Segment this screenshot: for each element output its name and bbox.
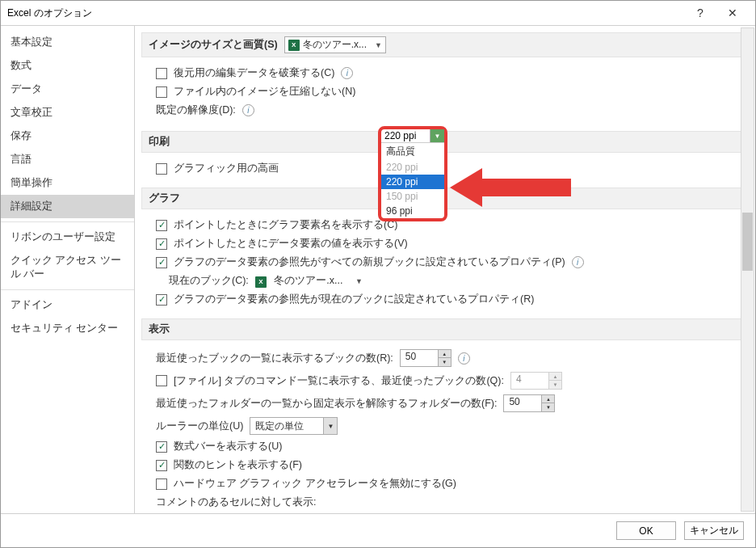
point-value-checkbox[interactable] xyxy=(156,238,167,250)
dropdown-option-150[interactable]: 150 ppi xyxy=(381,189,444,204)
row-ruler-unit: ルーラーの単位(U) 既定の単位 ▼ xyxy=(141,415,744,437)
row-quick-access-recent: [ファイル] タブのコマンド一覧に表示する、最近使ったブックの数(Q): 4 ▲… xyxy=(141,369,744,392)
cancel-button[interactable]: キャンセル xyxy=(684,521,744,540)
print-hq-label: グラフィック用の高画 xyxy=(174,162,279,175)
excel-icon: X xyxy=(288,40,300,51)
point-name-checkbox[interactable] xyxy=(156,220,167,231)
row-default-resolution: 既定の解像度(D): xyxy=(141,101,744,120)
chevron-down-icon[interactable]: ▼ xyxy=(430,129,444,142)
sidebar-item-ribbon[interactable]: リボンのユーザー設定 xyxy=(1,226,134,249)
row-discard-edit: 復元用の編集データを破棄する(C) xyxy=(141,64,744,82)
sidebar-item-accessibility[interactable]: 簡単操作 xyxy=(1,171,134,195)
quick-recent-value: 4 xyxy=(511,373,548,389)
disable-hw-label: ハードウェア グラフィック アクセラレータを無効にする(G) xyxy=(174,477,456,491)
ref-current-checkbox[interactable] xyxy=(156,294,167,306)
callout-arrow xyxy=(450,168,571,207)
sidebar: 基本設定 数式 データ 文章校正 保存 言語 簡単操作 詳細設定 リボンのユーザ… xyxy=(1,26,135,513)
recent-books-spinner[interactable]: 50 ▲▼ xyxy=(400,349,452,367)
ref-allnew-checkbox[interactable] xyxy=(156,257,167,268)
sidebar-separator xyxy=(1,289,134,290)
dropdown-option-highquality[interactable]: 高品質 xyxy=(381,143,444,160)
no-compress-checkbox[interactable] xyxy=(156,86,167,98)
formula-bar-checkbox[interactable] xyxy=(156,441,167,453)
ok-button[interactable]: OK xyxy=(616,521,676,540)
footer: OK キャンセル xyxy=(1,513,755,547)
point-value-label: ポイントしたときにデータ要素の値を表示する(V) xyxy=(174,237,408,251)
current-book-file: 冬のツアー.x... xyxy=(269,274,347,287)
close-button[interactable]: ✕ xyxy=(716,1,749,25)
current-book-selector[interactable]: X 冬のツアー.x... ▼ xyxy=(255,274,363,288)
row-current-book: 現在のブック(C): X 冬のツアー.x... ▼ xyxy=(141,272,744,290)
sidebar-item-trust[interactable]: セキュリティ センター xyxy=(1,317,134,340)
section-image-size: イメージのサイズと画質(S) X 冬のツアー.x... ▼ xyxy=(141,32,744,57)
chevron-down-icon: ▼ xyxy=(355,277,363,285)
ruler-unit-value: 既定の単位 xyxy=(250,419,323,434)
current-book-label: 現在のブック(C): xyxy=(169,274,249,288)
image-size-file-name: 冬のツアー.x... xyxy=(303,38,367,52)
excel-icon: X xyxy=(255,276,267,288)
formula-bar-label: 数式バーを表示する(U) xyxy=(174,440,282,453)
default-res-label: 既定の解像度(D): xyxy=(156,103,236,117)
section-display-label: 表示 xyxy=(149,322,170,336)
sidebar-item-proofing[interactable]: 文章校正 xyxy=(1,101,134,124)
chevron-down-icon: ▼ xyxy=(323,418,337,434)
row-disable-hw: ハードウェア グラフィック アクセラレータを無効にする(G) xyxy=(141,474,744,493)
recent-books-label: 最近使ったブックの一覧に表示するブックの数(R): xyxy=(156,352,393,365)
row-recent-books: 最近使ったブックの一覧に表示するブックの数(R): 50 ▲▼ xyxy=(141,347,744,369)
unpin-folders-spinner[interactable]: 50 ▲▼ xyxy=(503,394,555,412)
point-name-label: ポイントしたときにグラフ要素名を表示する(C) xyxy=(174,218,397,232)
sidebar-item-basic[interactable]: 基本設定 xyxy=(1,31,134,54)
row-ref-current: グラフのデータ要素の参照先が現在のブックに設定されているプロパティ(R) xyxy=(141,290,744,309)
content-pane: イメージのサイズと画質(S) X 冬のツアー.x... ▼ 復元用の編集データを… xyxy=(135,26,755,513)
row-ref-allnew: グラフのデータ要素の参照先がすべての新規ブックに設定されているプロパティ(P) xyxy=(141,253,744,272)
sidebar-item-data[interactable]: データ xyxy=(1,78,134,101)
resolution-dropdown[interactable]: 220 ppi ▼ 高品質 220 ppi 220 ppi 150 ppi 96… xyxy=(378,126,447,221)
arrow-shaft xyxy=(482,179,571,196)
ruler-unit-combo[interactable]: 既定の単位 ▼ xyxy=(250,417,338,435)
discard-edit-label: 復元用の編集データを破棄する(C) xyxy=(174,66,334,80)
row-func-hints: 関数のヒントを表示する(F) xyxy=(141,456,744,474)
info-icon[interactable] xyxy=(572,256,584,268)
info-icon[interactable] xyxy=(458,352,470,365)
func-hints-label: 関数のヒントを表示する(F) xyxy=(174,458,302,472)
sidebar-item-language[interactable]: 言語 xyxy=(1,148,134,171)
disable-hw-checkbox[interactable] xyxy=(156,478,167,490)
dropdown-option-220[interactable]: 220 ppi xyxy=(381,175,444,189)
sidebar-item-formulas[interactable]: 数式 xyxy=(1,54,134,78)
info-icon[interactable] xyxy=(242,104,254,116)
ref-current-label: グラフのデータ要素の参照先が現在のブックに設定されているプロパティ(R) xyxy=(174,293,534,306)
sidebar-item-addins[interactable]: アドイン xyxy=(1,293,134,317)
quick-recent-spinner: 4 ▲▼ xyxy=(510,372,562,390)
chevron-down-icon: ▼ xyxy=(375,41,382,49)
section-chart-label: グラフ xyxy=(149,192,180,205)
quick-recent-checkbox[interactable] xyxy=(156,375,167,386)
recent-books-value: 50 xyxy=(401,350,438,366)
comment-header-label: コメントのあるセルに対して表示: xyxy=(156,495,316,509)
image-size-file-selector[interactable]: X 冬のツアー.x... ▼ xyxy=(284,36,386,53)
row-unpin-folders: 最近使ったフォルダーの一覧から固定表示を解除するフォルダーの数(F): 50 ▲… xyxy=(141,392,744,415)
row-no-compress: ファイル内のイメージを圧縮しない(N) xyxy=(141,82,744,101)
row-comment-header: コメントのあるセルに対して表示: xyxy=(141,493,744,512)
sidebar-item-advanced[interactable]: 詳細設定 xyxy=(1,195,134,218)
ruler-unit-label: ルーラーの単位(U) xyxy=(156,419,243,433)
window-title: Excel のオプション xyxy=(7,6,684,20)
discard-edit-checkbox[interactable] xyxy=(156,68,167,79)
help-button[interactable]: ? xyxy=(684,1,716,25)
sidebar-separator xyxy=(1,221,134,222)
row-no-comment-ind: コメントとインジケーター両方なし(N) xyxy=(141,512,744,513)
dropdown-option-220-cut[interactable]: 220 ppi xyxy=(381,160,444,175)
info-icon[interactable] xyxy=(341,67,353,79)
sidebar-item-qat[interactable]: クイック アクセス ツール バー xyxy=(1,249,134,286)
func-hints-checkbox[interactable] xyxy=(156,460,167,471)
unpin-folders-label: 最近使ったフォルダーの一覧から固定表示を解除するフォルダーの数(F): xyxy=(156,397,497,411)
scroll-thumb[interactable] xyxy=(742,213,753,271)
sidebar-item-save[interactable]: 保存 xyxy=(1,124,134,148)
quick-recent-label: [ファイル] タブのコマンド一覧に表示する、最近使ったブックの数(Q): xyxy=(174,374,504,388)
row-point-value: ポイントしたときにデータ要素の値を表示する(V) xyxy=(141,234,744,253)
no-compress-label: ファイル内のイメージを圧縮しない(N) xyxy=(174,85,355,99)
dropdown-option-96[interactable]: 96 ppi xyxy=(381,204,444,218)
row-formula-bar: 数式バーを表示する(U) xyxy=(141,437,744,456)
print-hq-checkbox[interactable] xyxy=(156,163,167,175)
unpin-folders-value: 50 xyxy=(504,395,541,411)
vertical-scrollbar[interactable] xyxy=(741,27,754,512)
